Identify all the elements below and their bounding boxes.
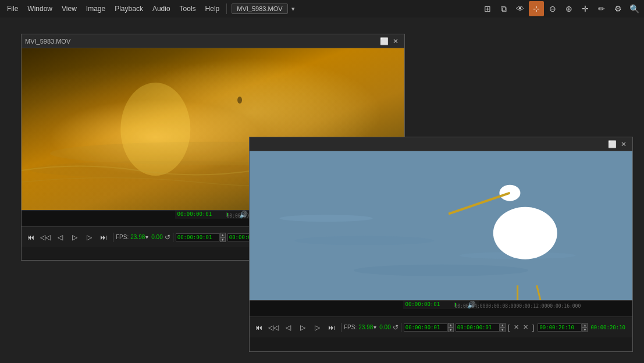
menu-window[interactable]: Window: [23, 2, 57, 15]
tl2-label-1: 00:00:04:00: [455, 304, 486, 309]
search-icon-btn[interactable]: 🔍: [627, 1, 642, 16]
fps-value-1: 23.98: [130, 234, 145, 240]
menu-help[interactable]: Help: [201, 2, 225, 15]
tl2-label-4: 00:00:16:00: [547, 304, 578, 309]
in-down-2[interactable]: ▼: [500, 328, 506, 332]
fps-dropdown-2[interactable]: ▾: [373, 324, 376, 330]
menu-view[interactable]: View: [57, 2, 81, 15]
menu-playback[interactable]: Playback: [110, 2, 148, 15]
divider-4: [401, 323, 401, 332]
reload-btn-2[interactable]: ↺: [393, 323, 399, 332]
current-time-spinbox-2[interactable]: ▲ ▼: [404, 323, 454, 332]
speed-value-1: 0.00: [151, 234, 162, 240]
menu-bar: File Window View Image Playback Audio To…: [0, 0, 644, 17]
timeline-track-2[interactable]: 00:00:04:00 00:00:08:00 00:00:12:00 00:0…: [454, 302, 456, 307]
svg-point-10: [493, 207, 557, 259]
prev-frame-btn-1[interactable]: ◁◁: [38, 232, 52, 243]
in-up-2[interactable]: ▲: [500, 323, 506, 328]
window-1-maximize-btn[interactable]: ⬜: [379, 36, 389, 47]
window-1-title: MVI_5983.MOV: [25, 38, 378, 45]
window-2-maximize-btn[interactable]: ⬜: [607, 139, 617, 150]
tl2-label-5: 0: [578, 304, 581, 309]
in-point-spinbox-2[interactable]: ▲ ▼: [456, 323, 506, 332]
current-time-input-2[interactable]: [404, 323, 448, 332]
step-back-btn-1[interactable]: ◁: [53, 232, 67, 243]
out-up-2[interactable]: ▲: [582, 323, 588, 328]
tl2-label-2: 00:00:08:00: [485, 304, 516, 309]
timeline-bar-2[interactable]: 00:00:00:01 00:00:04:00 00:00:08:00 00:0…: [250, 300, 632, 316]
clear-in-btn-2[interactable]: ✕: [512, 323, 521, 331]
window-2-titlebar: ⬜ ✕: [250, 137, 632, 151]
reload-btn-1[interactable]: ↺: [165, 233, 170, 241]
zoom-out-icon-btn[interactable]: ⊖: [545, 1, 560, 16]
duration-label-2: 00:00:20:10: [590, 325, 625, 330]
step-fwd-btn-2[interactable]: ▷: [310, 322, 324, 333]
active-filename: MVI_5983.MOV: [232, 3, 287, 14]
svg-point-8: [354, 265, 528, 276]
toolbar-right: ⊞ ⧉ 👁 ⊹ ⊖ ⊕ ✛ ✏ ⚙ 🔍: [480, 1, 642, 16]
time-up-2[interactable]: ▲: [448, 323, 454, 328]
move-icon-btn[interactable]: ✛: [578, 1, 593, 16]
egret-svg: [250, 151, 632, 300]
current-time-arrows-2: ▲ ▼: [448, 323, 454, 332]
goto-start-btn-1[interactable]: ⏮: [24, 232, 38, 243]
out-point-spinbox-2[interactable]: ▲ ▼: [538, 323, 588, 332]
play-btn-1[interactable]: ▷: [67, 232, 81, 243]
window-1-titlebar: MVI_5983.MOV ⬜ ✕: [22, 34, 404, 48]
out-point-arrows-2: ▲ ▼: [582, 323, 588, 332]
svg-rect-5: [250, 151, 632, 300]
in-point-input-2[interactable]: [456, 323, 500, 332]
timeline-track-1[interactable]: 00:00:09:00 00:00:18:00 00:00:27:00 00:0…: [226, 212, 227, 217]
duplicate-icon-btn[interactable]: ⧉: [496, 1, 511, 16]
timeline-2-current-time: 00:00:00:01: [405, 301, 440, 307]
controls-row-2: ⏮ ◁◁ ◁ ▷ ▷ ⏭ FPS: 23.98 ▾ 0.00 ↺ ▲ ▼: [250, 316, 632, 337]
svg-point-6: [294, 236, 434, 245]
out-down-2[interactable]: ▼: [582, 328, 588, 332]
grid-icon-btn[interactable]: ⊞: [480, 1, 495, 16]
svg-point-4: [237, 97, 242, 104]
preview-icon-btn[interactable]: 👁: [513, 1, 528, 16]
current-time-input-1[interactable]: [176, 233, 220, 241]
menu-file[interactable]: File: [2, 2, 23, 15]
time-down-2[interactable]: ▼: [448, 328, 454, 332]
svg-point-11: [499, 185, 520, 201]
svg-point-2: [120, 83, 190, 176]
goto-end-btn-2[interactable]: ⏭: [325, 322, 339, 333]
goto-start-btn-2[interactable]: ⏮: [252, 322, 266, 333]
divider-2: [173, 233, 173, 242]
out-point-input-2[interactable]: [538, 323, 582, 332]
main-area: MVI_5983.MOV ⬜ ✕: [0, 17, 644, 363]
divider-1: [113, 233, 113, 242]
in-point-arrows-2: ▲ ▼: [500, 323, 506, 332]
zoom-in-icon-btn[interactable]: ⊕: [561, 1, 577, 16]
video-display-2: [250, 151, 632, 300]
svg-point-9: [280, 215, 373, 222]
divider-3: [341, 323, 341, 332]
fps-dropdown-1[interactable]: ▾: [145, 234, 148, 240]
step-back-btn-2[interactable]: ◁: [281, 322, 295, 333]
mark-out-btn-2[interactable]: ]: [531, 323, 536, 332]
fps-label-2: FPS:: [344, 324, 357, 330]
timeline-1-current-time: 00:00:00:01: [177, 211, 212, 217]
window-1-close-btn[interactable]: ✕: [390, 36, 401, 47]
step-fwd-btn-1[interactable]: ▷: [82, 232, 96, 243]
prev-frame-btn-2[interactable]: ◁◁: [266, 322, 280, 333]
current-time-spinbox-1[interactable]: ▲ ▼: [176, 233, 226, 242]
time-up-1[interactable]: ▲: [220, 233, 226, 237]
window-2-close-btn[interactable]: ✕: [618, 139, 629, 150]
clear-out-btn-2[interactable]: ✕: [521, 323, 530, 331]
pencil-icon-btn[interactable]: ✏: [594, 1, 609, 16]
mark-in-btn-2[interactable]: [: [506, 323, 511, 332]
menu-separator-1: [226, 3, 227, 14]
video-window-2: ⬜ ✕: [249, 137, 633, 352]
menu-image[interactable]: Image: [81, 2, 110, 15]
time-down-1[interactable]: ▼: [220, 237, 226, 242]
play-btn-2[interactable]: ▷: [296, 322, 309, 333]
speed-value-2: 0.00: [379, 324, 390, 330]
filename-dropdown[interactable]: ▾: [288, 3, 298, 15]
menu-audio[interactable]: Audio: [148, 2, 175, 15]
goto-end-btn-1[interactable]: ⏭: [97, 232, 111, 243]
menu-tools[interactable]: Tools: [175, 2, 201, 15]
select-icon-btn[interactable]: ⊹: [529, 1, 544, 16]
settings-icon-btn[interactable]: ⚙: [610, 1, 625, 16]
